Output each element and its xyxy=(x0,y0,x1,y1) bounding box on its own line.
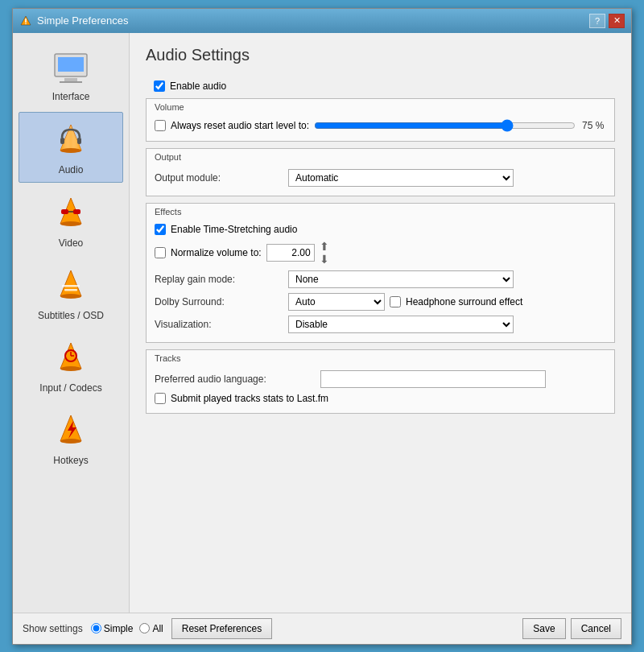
title-bar-controls: ? ✕ xyxy=(589,14,625,28)
output-module-select[interactable]: Automatic DirectX audio output WaveOut a… xyxy=(288,169,514,187)
svg-point-22 xyxy=(60,366,81,371)
svg-point-2 xyxy=(25,23,27,24)
all-radio[interactable] xyxy=(139,623,150,633)
volume-content: Always reset audio start level to: 75 % xyxy=(147,113,614,141)
effects-section-header: Effects xyxy=(147,204,614,218)
svg-rect-11 xyxy=(77,138,81,144)
replay-gain-row: Replay gain mode: None Track Album xyxy=(155,268,606,291)
headphone-label[interactable]: Headphone surround effect xyxy=(406,296,522,307)
sidebar-label-input: Input / Codecs xyxy=(39,382,101,394)
always-reset-label[interactable]: Always reset audio start level to: xyxy=(171,120,309,131)
time-stretch-checkbox[interactable] xyxy=(155,224,166,235)
enable-audio-row: Enable audio xyxy=(146,76,615,98)
cancel-button[interactable]: Cancel xyxy=(571,618,621,639)
always-reset-checkbox[interactable] xyxy=(155,120,166,131)
preferred-lang-label: Preferred audio language: xyxy=(155,373,316,385)
enable-audio-label[interactable]: Enable audio xyxy=(170,80,226,92)
svg-rect-20 xyxy=(64,289,77,291)
close-button[interactable]: ✕ xyxy=(609,14,625,28)
effects-content: Enable Time-Stretching audio Normalize v… xyxy=(147,218,614,342)
time-stretch-row: Enable Time-Stretching audio xyxy=(155,221,606,237)
sidebar-item-hotkeys[interactable]: Hotkeys xyxy=(19,403,123,472)
normalize-checkbox[interactable] xyxy=(155,247,166,258)
volume-section: Volume Always reset audio start level to… xyxy=(146,98,615,142)
submit-stats-checkbox[interactable] xyxy=(155,393,166,404)
sidebar: Interface xyxy=(13,33,130,613)
normalize-row: Normalize volume to: ⬆⬇ xyxy=(155,237,606,268)
sidebar-item-audio[interactable]: Audio xyxy=(19,112,123,183)
reset-button[interactable]: Reset Preferences xyxy=(171,618,272,639)
submit-stats-label[interactable]: Submit played tracks stats to Last.fm xyxy=(171,393,328,404)
svg-rect-14 xyxy=(61,209,68,214)
headphone-checkbox[interactable] xyxy=(390,296,401,307)
dolby-row: Dolby Surround: Auto On Off Headphone su… xyxy=(155,291,606,313)
output-module-label: Output module: xyxy=(155,172,283,184)
svg-point-9 xyxy=(60,148,81,153)
sidebar-label-subtitles: Subtitles / OSD xyxy=(38,310,104,321)
preferred-lang-input[interactable] xyxy=(320,370,546,388)
sidebar-item-video[interactable]: Video xyxy=(19,186,123,255)
effects-label: Effects xyxy=(155,207,181,217)
input-icon xyxy=(50,337,92,379)
main-panel: Audio Settings Enable audio Volume Alway… xyxy=(130,33,631,613)
simple-label: Simple xyxy=(104,623,134,634)
all-radio-label[interactable]: All xyxy=(139,623,163,634)
replay-gain-label: Replay gain mode: xyxy=(155,274,283,285)
visualization-select[interactable]: Disable Spectrum analyzer Scope VU meter… xyxy=(288,316,514,333)
output-label: Output xyxy=(155,152,181,162)
sidebar-label-audio: Audio xyxy=(59,164,84,175)
visualization-label: Visualization: xyxy=(155,319,283,330)
replay-gain-select[interactable]: None Track Album xyxy=(288,270,514,288)
submit-stats-row: Submit played tracks stats to Last.fm xyxy=(155,390,606,406)
visualization-row: Visualization: Disable Spectrum analyzer… xyxy=(155,313,606,336)
hotkeys-icon xyxy=(50,410,92,452)
normalize-label[interactable]: Normalize volume to: xyxy=(171,247,262,258)
time-stretch-label[interactable]: Enable Time-Stretching audio xyxy=(171,224,297,235)
volume-pct: 75 % xyxy=(582,120,606,131)
dolby-label: Dolby Surround: xyxy=(155,296,283,307)
simple-radio[interactable] xyxy=(91,623,101,633)
title-bar-left: Simple Preferences xyxy=(19,14,128,27)
sidebar-label-video: Video xyxy=(59,237,83,249)
svg-point-13 xyxy=(60,221,81,226)
svg-rect-15 xyxy=(73,209,80,214)
page-title: Audio Settings xyxy=(146,46,615,64)
interface-icon xyxy=(50,46,92,88)
bottom-left: Show settings Simple All Reset Preferenc… xyxy=(23,618,272,639)
tracks-section: Tracks Preferred audio language: Submit … xyxy=(146,349,615,414)
sidebar-item-subtitles[interactable]: Subtitles / OSD xyxy=(19,258,123,328)
all-label: All xyxy=(152,623,163,634)
sidebar-label-interface: Interface xyxy=(52,91,90,102)
output-content: Output module: Automatic DirectX audio o… xyxy=(147,163,614,196)
radio-group: Simple All xyxy=(91,623,163,634)
output-section: Output Output module: Automatic DirectX … xyxy=(146,148,615,196)
volume-section-header: Volume xyxy=(147,99,614,113)
preferences-window: Simple Preferences ? ✕ Interface xyxy=(12,8,632,645)
dolby-select[interactable]: Auto On Off xyxy=(288,293,385,311)
normalize-spinbox[interactable] xyxy=(266,244,315,262)
volume-label: Volume xyxy=(155,102,184,112)
simple-radio-label[interactable]: Simple xyxy=(91,623,134,634)
output-module-row: Output module: Automatic DirectX audio o… xyxy=(155,167,606,189)
enable-audio-checkbox[interactable] xyxy=(154,80,165,92)
audio-icon xyxy=(50,119,92,161)
svg-point-27 xyxy=(60,439,81,444)
output-section-header: Output xyxy=(147,149,614,163)
svg-point-18 xyxy=(60,294,81,299)
sidebar-label-hotkeys: Hotkeys xyxy=(53,455,88,466)
sidebar-item-input[interactable]: Input / Codecs xyxy=(19,331,123,400)
window-title: Simple Preferences xyxy=(37,14,128,27)
help-button[interactable]: ? xyxy=(589,14,605,28)
effects-section: Effects Enable Time-Stretching audio Nor… xyxy=(146,203,615,343)
preferred-lang-row: Preferred audio language: xyxy=(155,368,606,390)
svg-rect-10 xyxy=(60,138,64,144)
bottom-right: Save Cancel xyxy=(522,618,621,639)
svg-rect-4 xyxy=(58,57,84,72)
show-settings-label: Show settings xyxy=(23,623,83,634)
volume-slider[interactable] xyxy=(314,119,576,132)
svg-rect-6 xyxy=(60,81,82,83)
title-bar: Simple Preferences ? ✕ xyxy=(13,9,631,33)
sidebar-item-interface[interactable]: Interface xyxy=(19,39,123,109)
tracks-label: Tracks xyxy=(155,353,181,363)
save-button[interactable]: Save xyxy=(522,618,565,639)
